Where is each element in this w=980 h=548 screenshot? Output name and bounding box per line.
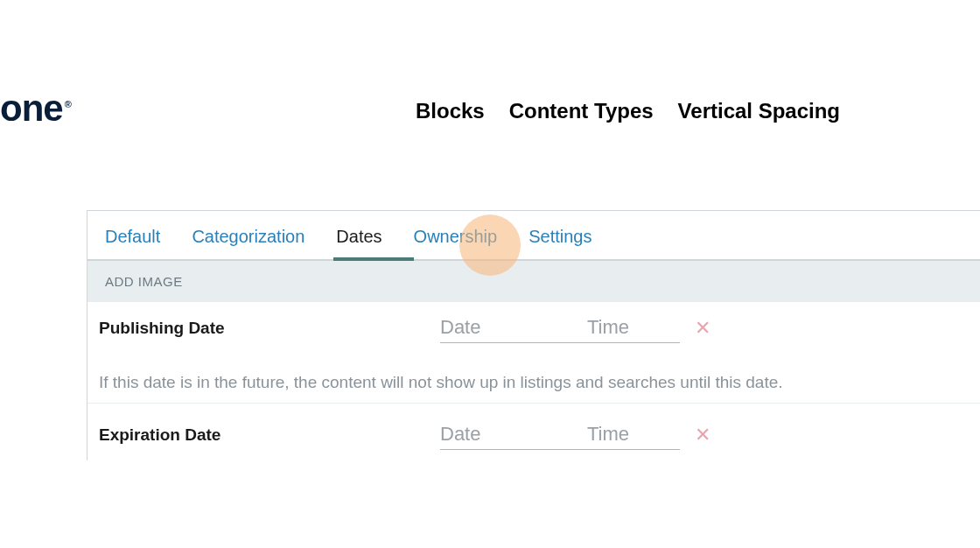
expiration-datetime-group: ✕ — [440, 419, 711, 450]
publishing-date-label: Publishing Date — [99, 319, 440, 338]
publishing-help-text: If this date is in the future, the conte… — [99, 373, 962, 392]
publishing-date-input[interactable] — [440, 313, 587, 343]
section-header: ADD IMAGE — [88, 261, 980, 302]
nav-content-types[interactable]: Content Types — [509, 99, 654, 123]
expiration-clear-button[interactable]: ✕ — [694, 426, 711, 444]
close-icon: ✕ — [695, 319, 710, 338]
expiration-date-input[interactable] — [440, 419, 587, 450]
tab-default[interactable]: Default — [105, 227, 160, 247]
logo-mark: ® — [65, 99, 71, 109]
expiration-time-input[interactable] — [587, 419, 680, 450]
publishing-clear-button[interactable]: ✕ — [694, 320, 711, 337]
content-panel: Default Categorization Dates Ownership S… — [87, 210, 980, 460]
tab-dates[interactable]: Dates — [336, 227, 382, 247]
nav-blocks[interactable]: Blocks — [416, 99, 485, 123]
main-nav: Blocks Content Types Vertical Spacing — [416, 99, 840, 123]
logo: one® — [0, 88, 71, 130]
publishing-date-row: Publishing Date ✕ If this date is in the… — [88, 302, 980, 404]
tab-settings[interactable]: Settings — [528, 227, 592, 247]
tabs-border — [88, 259, 980, 261]
logo-text: one — [0, 88, 63, 129]
nav-vertical-spacing[interactable]: Vertical Spacing — [678, 99, 840, 123]
close-icon: ✕ — [695, 425, 710, 445]
tab-ownership[interactable]: Ownership — [414, 227, 498, 247]
tab-active-underline — [333, 257, 414, 261]
expiration-date-row: Expiration Date ✕ — [88, 404, 980, 460]
expiration-date-label: Expiration Date — [99, 425, 440, 445]
publishing-time-input[interactable] — [587, 313, 680, 343]
tab-categorization[interactable]: Categorization — [192, 227, 304, 247]
publishing-datetime-group: ✕ — [440, 313, 711, 343]
tabs-bar: Default Categorization Dates Ownership S… — [88, 211, 980, 261]
